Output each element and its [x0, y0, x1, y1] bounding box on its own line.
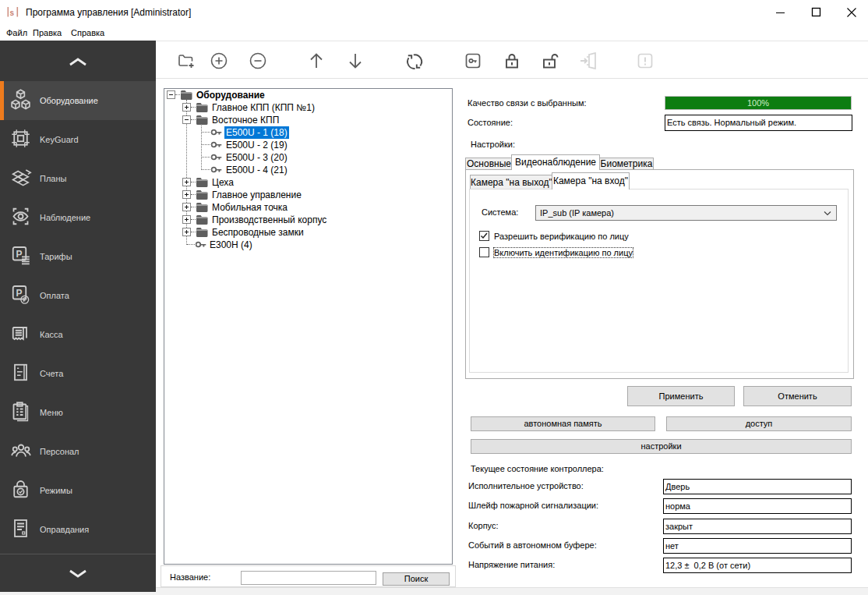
svg-text:P: P	[16, 288, 23, 299]
svg-text:P: P	[16, 249, 23, 260]
svg-text:s: s	[10, 9, 15, 17]
